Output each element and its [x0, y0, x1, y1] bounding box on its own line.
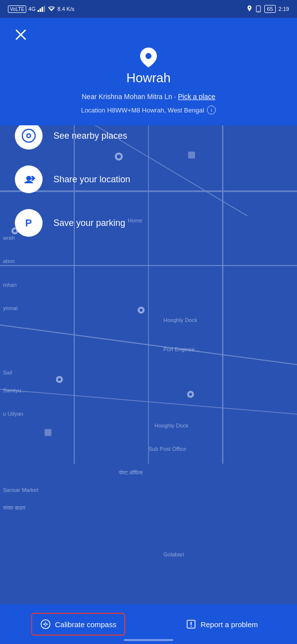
svg-point-24 — [189, 393, 192, 396]
actions-section: See nearby places Share your location P … — [0, 109, 297, 250]
nearby-icon-circle — [15, 122, 43, 150]
report-icon — [186, 619, 197, 630]
signal-icon — [38, 6, 46, 12]
parking-icon: P — [22, 216, 36, 230]
address-text: Near Krishna Mohan Mitra Ln — [82, 93, 172, 101]
compass-icon — [40, 619, 51, 630]
address-line: Near Krishna Mohan Mitra Ln · Pick a pla… — [12, 93, 285, 101]
svg-point-20 — [140, 309, 143, 312]
svg-rect-37 — [191, 622, 192, 625]
report-label: Report a problem — [200, 620, 258, 629]
status-bar: VoLTE 4G 8.4 K/s 65 2:19 — [0, 0, 297, 18]
report-problem-button[interactable]: Report a problem — [178, 614, 266, 635]
svg-rect-1 — [40, 8, 41, 12]
svg-rect-3 — [44, 6, 45, 12]
phone-icon — [255, 5, 261, 12]
share-label: Share your location — [53, 174, 130, 185]
location-code-text: Location H8WW+M8 Howrah, West Bengal — [81, 107, 204, 114]
calibrate-label: Calibrate compass — [55, 620, 116, 629]
parking-label: Save your parking — [53, 218, 125, 228]
network-label: 4G — [28, 6, 36, 12]
share-location-item[interactable]: Share your location — [15, 158, 282, 201]
wifi-icon — [48, 6, 55, 12]
svg-rect-2 — [42, 7, 43, 12]
carrier-label: VoLTE — [8, 5, 26, 13]
battery-indicator: 65 — [264, 6, 275, 12]
close-button[interactable] — [12, 26, 30, 44]
location-pin-icon — [12, 48, 285, 67]
address-separator: · — [174, 93, 178, 101]
status-left: VoLTE 4G 8.4 K/s — [8, 5, 74, 13]
status-right: 65 2:19 — [247, 5, 289, 12]
speed-label: 8.4 K/s — [57, 6, 74, 12]
header-section: Howrah Near Krishna Mohan Mitra Ln · Pic… — [0, 18, 297, 125]
location-status-icon — [247, 5, 252, 12]
parking-icon-circle: P — [15, 209, 43, 237]
calibrate-compass-button[interactable]: Calibrate compass — [31, 613, 125, 636]
bottom-bar: Calibrate compass Report a problem — [0, 604, 297, 644]
svg-rect-26 — [45, 429, 51, 436]
save-parking-item[interactable]: P Save your parking — [15, 201, 282, 245]
svg-rect-0 — [38, 10, 39, 12]
svg-point-22 — [58, 378, 61, 381]
city-title: Howrah — [12, 70, 285, 86]
share-icon-circle — [15, 165, 43, 193]
info-button[interactable]: i — [207, 106, 216, 114]
svg-text:P: P — [25, 217, 32, 228]
nearby-icon — [22, 129, 36, 143]
svg-rect-38 — [191, 626, 192, 627]
svg-point-31 — [28, 135, 30, 137]
share-location-icon — [22, 172, 36, 186]
svg-point-35 — [45, 624, 46, 625]
time-display: 2:19 — [279, 6, 289, 12]
pick-place-link[interactable]: Pick a place — [178, 93, 215, 101]
home-indicator — [124, 639, 173, 641]
nearby-label: See nearby places — [53, 131, 127, 141]
location-code-line: Location H8WW+M8 Howrah, West Bengal i — [12, 106, 285, 114]
